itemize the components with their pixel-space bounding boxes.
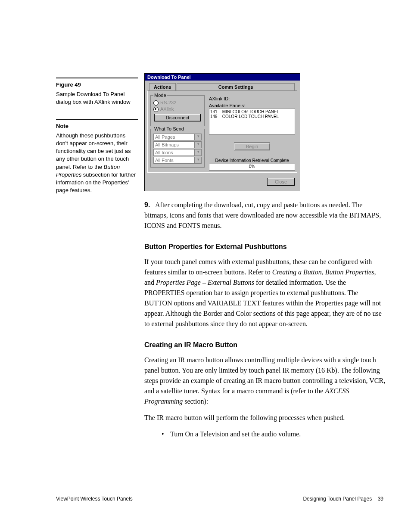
chevron-down-icon: ▾ [195,149,202,156]
available-panels-label: Available Panels: [209,103,295,108]
figure-caption: Sample Download To Panel dialog box with… [56,90,138,106]
progress-bar: 0% [209,164,295,171]
paragraph: If your touch panel comes with external … [144,257,386,329]
combo-bitmaps[interactable]: All Bitmaps▾ [153,141,202,148]
radio-rs232[interactable]: RS-232 [153,100,202,106]
available-panels-list[interactable]: 131 MINI COLOR TOUCH PANEL 149 COLOR LCD… [209,108,295,135]
note-label: Note [56,122,138,130]
group-mode: Mode RS-232 AXlink Disconnect [150,95,205,126]
tab-actions[interactable]: Actions [149,83,176,90]
status-text: Device Information Retrieval Complete [209,158,295,163]
step-9: 9.After completing the download, cut, co… [144,200,386,231]
page-footer: ViewPoint Wireless Touch Panels Designin… [56,496,383,502]
footer-left: ViewPoint Wireless Touch Panels [56,496,133,502]
margin-column: Figure 49 Sample Download To Panel dialo… [56,78,138,196]
figure-label: Figure 49 [56,81,138,89]
combo-fonts[interactable]: All Fonts▾ [153,157,202,164]
note-text: Although these pushbuttons don't appear … [56,132,138,195]
paragraph: Creating an IR macro button allows contr… [144,355,386,407]
disconnect-button[interactable]: Disconnect [154,114,201,121]
bullet-item: •Turn On a Television and set the audio … [162,429,386,439]
paragraph: The IR macro button will perform the fol… [144,413,386,423]
radio-axlink[interactable]: AXlink [153,106,202,112]
footer-right: Designing Touch Panel Pages 39 [303,496,383,502]
chevron-down-icon: ▾ [195,134,202,140]
dialog-title: Download To Panel [145,74,300,81]
download-dialog: Download To Panel Actions Comm Settings … [144,73,300,191]
group-what-to-send: What To Send All Pages▾ All Bitmaps▾ All… [150,129,205,168]
combo-pages[interactable]: All Pages▾ [153,134,202,140]
chevron-down-icon: ▾ [195,157,202,164]
chevron-down-icon: ▾ [195,141,202,148]
begin-button[interactable]: Begin [234,143,270,150]
heading-button-properties: Button Properties for External Pushbutto… [144,243,386,251]
heading-ir-macro: Creating an IR Macro Button [144,341,386,349]
axlink-id-label: AXlink ID: [209,96,295,101]
tab-comm-settings[interactable]: Comm Settings [177,83,295,90]
close-button[interactable]: Close [267,178,295,186]
combo-icons[interactable]: All Icons▾ [153,149,202,156]
